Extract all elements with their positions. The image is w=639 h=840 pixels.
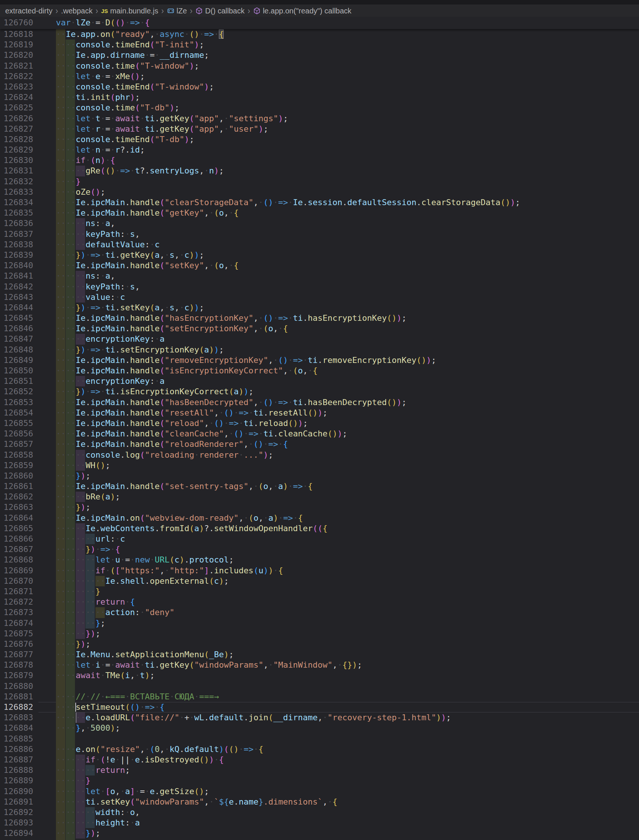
code-line[interactable]: 126885	[0, 734, 639, 744]
line-number[interactable]: 126826	[0, 113, 33, 124]
code-line[interactable]: 126881····//·//·←===·ВСТАВЬТЕ·СЮДА·===→	[0, 692, 639, 702]
breadcrumb-item-le-app-on-ready-callback[interactable]: le.app.on("ready") callback	[253, 7, 351, 15]
line-number[interactable]: 126827	[0, 124, 33, 134]
code-line[interactable]: 126879····await·TMe(i,·t);	[0, 670, 639, 681]
code-line[interactable]: 126839····})·=>·ti.getKey(a,·s,·c));	[0, 250, 639, 260]
code-line[interactable]: 126853····Ie.ipcMain.handle("hasBeenDecr…	[0, 397, 639, 408]
code-line[interactable]: 126838······defaultValue:·c	[0, 239, 639, 250]
code-line[interactable]: 126884····},·5000);	[0, 723, 639, 733]
line-number[interactable]: 126847	[0, 334, 33, 344]
code-line[interactable]: 126891······ti.setKey("windowParams",·`$…	[0, 797, 639, 807]
code-line[interactable]: 126889······}	[0, 775, 639, 786]
code-line[interactable]: 126832····}	[0, 177, 639, 187]
line-number[interactable]: 126892	[0, 807, 33, 818]
line-number[interactable]: 126831	[0, 166, 33, 176]
line-number[interactable]: 126865	[0, 523, 33, 534]
code-line[interactable]: 126825····console.time("T-db");	[0, 103, 639, 113]
line-number[interactable]: 126842	[0, 282, 33, 292]
code-line[interactable]: 126894······});	[0, 828, 639, 838]
line-number[interactable]: 126860	[0, 471, 33, 481]
line-number[interactable]: 126895	[0, 838, 33, 840]
line-number[interactable]: 126844	[0, 303, 33, 313]
line-number[interactable]: 126846	[0, 324, 33, 334]
code-line[interactable]: 126875······});	[0, 628, 639, 639]
code-line[interactable]: 126842······keyPath:·s,	[0, 282, 639, 292]
code-line[interactable]: 126854····Ie.ipcMain.handle("resetAll",·…	[0, 408, 639, 418]
line-number[interactable]: 126874	[0, 618, 33, 628]
line-number[interactable]: 126819	[0, 40, 33, 50]
code-line[interactable]: 126845····Ie.ipcMain.handle("hasEncrypti…	[0, 313, 639, 324]
line-number[interactable]: 126887	[0, 755, 33, 765]
line-number[interactable]: 126893	[0, 818, 33, 828]
line-number[interactable]: 126884	[0, 723, 33, 733]
line-number[interactable]: 126858	[0, 450, 33, 460]
code-line[interactable]: 126880	[0, 681, 639, 692]
code-line[interactable]: 126833····oZe();	[0, 187, 639, 197]
line-number[interactable]: 126885	[0, 734, 33, 744]
line-number[interactable]: 126843	[0, 292, 33, 303]
line-number[interactable]: 126836	[0, 218, 33, 229]
line-number[interactable]: 126883	[0, 712, 33, 723]
code-line[interactable]: 126874········};	[0, 618, 639, 628]
sticky-scroll-line[interactable]: 126760var·lZe·=·D(()·=>·{	[0, 17, 639, 29]
line-number[interactable]: 126851	[0, 376, 33, 386]
code-line[interactable]: 126850····Ie.ipcMain.handle("isEncryptio…	[0, 365, 639, 376]
line-number[interactable]: 126832	[0, 177, 33, 187]
code-line[interactable]: 126870··········Ie.shell.openExternal(c)…	[0, 576, 639, 587]
breadcrumb-item-d-callback[interactable]: D() callback	[196, 7, 245, 15]
line-number[interactable]: 126845	[0, 313, 33, 324]
line-number[interactable]: 126873	[0, 607, 33, 618]
code-line[interactable]: 126826····let·t·=·await·ti.getKey("app",…	[0, 113, 639, 124]
code-line[interactable]: 126830····if·(n)·{	[0, 155, 639, 166]
line-number[interactable]: 126890	[0, 786, 33, 797]
code-line[interactable]: 126887······if·(!e·||·e.isDestroyed())·{	[0, 755, 639, 765]
code-line[interactable]: 126834····Ie.ipcMain.handle("clearStorag…	[0, 197, 639, 208]
code-line[interactable]: 126835····Ie.ipcMain.handle("getKey",·(o…	[0, 208, 639, 218]
code-line[interactable]: 126893········height:·a	[0, 818, 639, 828]
code-line[interactable]: 126840····Ie.ipcMain.handle("setKey",·(o…	[0, 260, 639, 271]
code-line[interactable]: 126818··Ie.app.on("ready",·async·()·=>·{	[0, 29, 639, 40]
line-number[interactable]: 126825	[0, 103, 33, 113]
code-line[interactable]: 126869········if·(["https:",·"http:"].in…	[0, 566, 639, 576]
breadcrumb-item-main-bundle-js[interactable]: JSmain.bundle.js	[101, 7, 158, 15]
line-number[interactable]: 126853	[0, 397, 33, 408]
line-number[interactable]: 126821	[0, 61, 33, 71]
code-line[interactable]: 126865······Ie.webContents.fromId(a)?.se…	[0, 523, 639, 534]
line-number[interactable]: 126760	[0, 17, 33, 28]
code-line[interactable]: 126876····});	[0, 639, 639, 649]
breadcrumb-item-lze[interactable]: lZe	[167, 7, 187, 15]
code-line[interactable]: 126819····console.timeEnd("T-init");	[0, 40, 639, 50]
line-number[interactable]: 126841	[0, 271, 33, 281]
code-line[interactable]: 126828····console.timeEnd("T-db");	[0, 134, 639, 145]
line-number[interactable]: 126891	[0, 797, 33, 807]
line-number[interactable]: 126872	[0, 597, 33, 607]
line-number[interactable]: 126824	[0, 92, 33, 103]
code-line[interactable]: 126890······let·[o,·a]·=·e.getSize();	[0, 786, 639, 797]
code-line[interactable]: 126827····let·r·=·await·ti.getKey("app",…	[0, 124, 639, 134]
line-number[interactable]: 126877	[0, 649, 33, 660]
line-number[interactable]: 126856	[0, 429, 33, 439]
line-number[interactable]: 126863	[0, 502, 33, 513]
line-number[interactable]: 126834	[0, 197, 33, 208]
code-line[interactable]: 126857····Ie.ipcMain.handle("reloadRende…	[0, 439, 639, 449]
code-line[interactable]: 126859······WH();	[0, 460, 639, 471]
line-number[interactable]: 126879	[0, 670, 33, 681]
line-number[interactable]: 126838	[0, 239, 33, 250]
line-number[interactable]: 126855	[0, 418, 33, 429]
line-number[interactable]: 126864	[0, 513, 33, 523]
line-number[interactable]: 126866	[0, 534, 33, 544]
code-line[interactable]: 126873··········action:·"deny"	[0, 607, 639, 618]
line-number[interactable]: 126889	[0, 775, 33, 786]
code-line[interactable]: 126855····Ie.ipcMain.handle("reload",·()…	[0, 418, 639, 429]
code-line[interactable]: 126821····console.time("T-window");	[0, 61, 639, 71]
code-line[interactable]: 126837······keyPath:·s,	[0, 229, 639, 239]
code-line[interactable]: 126882····setTimeout(()·=>·{	[0, 702, 639, 712]
line-number[interactable]: 126840	[0, 260, 33, 271]
line-number[interactable]: 126880	[0, 681, 33, 692]
code-line[interactable]: 126846····Ie.ipcMain.handle("setEncrypti…	[0, 324, 639, 334]
code-line[interactable]: 126868········let·u·=·new·URL(c).protoco…	[0, 555, 639, 565]
line-number[interactable]: 126839	[0, 250, 33, 260]
line-number[interactable]: 126862	[0, 492, 33, 502]
code-line[interactable]: 126856····Ie.ipcMain.handle("cleanCache"…	[0, 429, 639, 439]
line-number[interactable]: 126876	[0, 639, 33, 649]
